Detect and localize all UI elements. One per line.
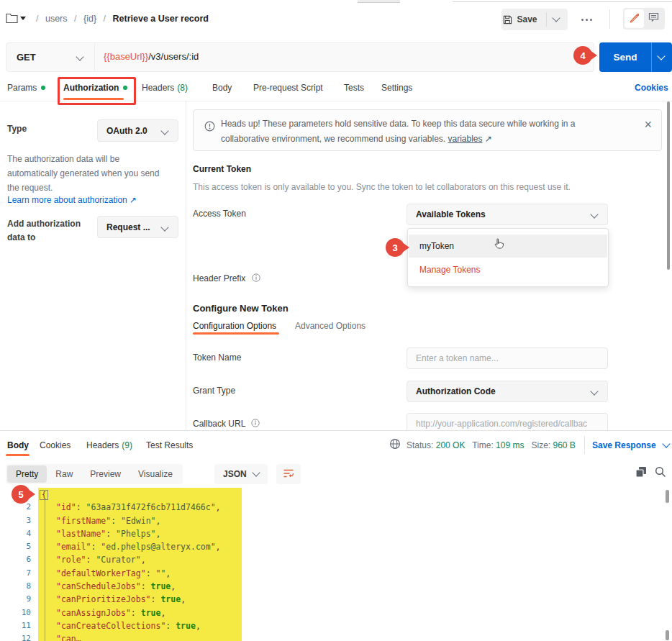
breadcrumb-item-id[interactable]: {id} [83, 14, 96, 24]
top-tabbar-remnant [358, 0, 400, 3]
tab-settings[interactable]: Settings [381, 83, 412, 93]
auth-type-select[interactable]: OAuth 2.0 [97, 119, 178, 142]
auth-type-chevron-icon [160, 127, 168, 135]
response-json-line: 7"defaultWorkerTag": "", [0, 567, 672, 580]
edit-button[interactable] [625, 9, 644, 28]
search-icon[interactable] [655, 466, 666, 481]
postman-request-screen: / users / {id} / Retrieve a User record … [0, 0, 672, 641]
folder-caret-icon[interactable] [20, 17, 26, 20]
save-button-label: Save [517, 14, 537, 24]
response-tab-test-results[interactable]: Test Results [146, 440, 193, 450]
token-name-input[interactable] [407, 347, 608, 369]
wrap-lines-button[interactable] [276, 464, 301, 484]
response-json-line: 3"firstName": "Edwin", [0, 514, 672, 527]
tab-body[interactable]: Body [212, 83, 232, 93]
token-name-label: Token Name [193, 353, 241, 363]
url-path: /v3/users/:id [148, 51, 199, 62]
view-tab-visualize[interactable]: Visualize [130, 465, 181, 483]
response-json-line: 1{ [0, 488, 672, 501]
auth-type-label: Type [7, 124, 27, 134]
response-body-viewer[interactable]: 1{2"id": "63aa731f472f6cb711d7466c",3"fi… [0, 486, 672, 641]
pencil-icon [629, 12, 640, 26]
info-icon [252, 273, 260, 284]
save-response-button[interactable]: Save Response [592, 440, 669, 450]
method-divider [94, 43, 95, 71]
url-input[interactable]: {{baseUrl}}/v3/users/:id [104, 51, 199, 62]
format-select[interactable]: JSON [214, 464, 268, 484]
tab-advanced-options[interactable]: Advanced Options [295, 321, 365, 331]
access-token-label: Access Token [193, 209, 246, 219]
send-button[interactable]: Send [599, 42, 672, 72]
auth-description: The authorization data will be automatic… [7, 152, 159, 195]
copy-icon[interactable] [635, 466, 647, 481]
header-prefix-label: Header Prefix [193, 273, 260, 284]
format-chevron-icon [252, 468, 260, 476]
current-token-title: Current Token [193, 164, 251, 174]
save-button[interactable]: Save [501, 9, 568, 30]
variables-link[interactable]: variables [448, 134, 483, 144]
size-value: 960 B [553, 440, 576, 450]
view-tab-preview[interactable]: Preview [81, 465, 130, 483]
send-split-divider [651, 42, 652, 72]
auth-scrollbar[interactable] [667, 101, 670, 270]
warning-icon [204, 121, 215, 135]
cursor-icon [494, 238, 504, 254]
token-dropdown-item-mytoken[interactable]: myToken [409, 235, 607, 258]
add-auth-data-select[interactable]: Request ... [97, 216, 178, 238]
breadcrumb-separator: / [36, 14, 38, 24]
token-dropdown-manage-tokens[interactable]: Manage Tokens [409, 258, 607, 281]
response-tab-cookies[interactable]: Cookies [40, 440, 71, 450]
response-scrollbar-thumb-top[interactable] [666, 490, 669, 503]
available-tokens-select[interactable]: Available Tokens [407, 204, 608, 225]
annotation-highlight-authorization [58, 77, 136, 105]
folder-icon[interactable] [6, 12, 18, 26]
comment-button[interactable] [644, 9, 663, 28]
token-dropdown: myToken Manage Tokens [407, 228, 609, 287]
cookies-link[interactable]: Cookies [635, 83, 668, 93]
view-tab-raw[interactable]: Raw [47, 465, 81, 483]
tab-configuration-options[interactable]: Configuration Options [193, 321, 276, 331]
response-scrollbar-thumb-bottom[interactable] [666, 630, 669, 640]
breadcrumb-item-users[interactable]: users [45, 14, 68, 24]
current-token-description: This access token is only available to y… [193, 182, 571, 192]
method-select[interactable]: GET [6, 43, 94, 71]
more-actions-button[interactable] [574, 10, 599, 29]
size-label: Size: [531, 440, 550, 450]
response-json-line: 4"lastName": "Phelps", [0, 527, 672, 540]
format-value: JSON [223, 469, 247, 479]
send-chevron-icon[interactable] [657, 52, 665, 60]
learn-more-link[interactable]: Learn more about authorization ↗ [7, 195, 137, 205]
response-tab-headers[interactable]: Headers(9) [86, 440, 132, 450]
edit-comment-group [623, 8, 665, 29]
globe-icon [389, 438, 401, 453]
tab-params[interactable]: Params [7, 83, 45, 93]
response-tab-body[interactable]: Body [7, 440, 29, 450]
wrap-lines-icon [283, 468, 294, 481]
annotation-step-3: 3 [386, 238, 404, 257]
callback-url-input[interactable] [407, 413, 608, 430]
sensitive-data-banner: Heads up! These parameters hold sensitiv… [193, 109, 662, 151]
banner-close-icon[interactable]: × [644, 117, 652, 132]
grant-type-select[interactable]: Authorization Code [407, 381, 608, 402]
response-body-underline [6, 454, 29, 456]
response-json-line: 8"canScheduleJobs": true, [0, 580, 672, 593]
tab-tests[interactable]: Tests [344, 83, 364, 93]
save-response-chevron-icon [662, 440, 670, 447]
tab-pre-request-script[interactable]: Pre-request Script [253, 83, 323, 93]
view-tab-pretty[interactable]: Pretty [7, 465, 47, 483]
response-json-line: 2"id": "63aa731f472f6cb711d7466c", [0, 501, 672, 514]
auth-type-value: OAuth 2.0 [106, 126, 147, 136]
add-auth-data-value: Request ... [106, 222, 150, 232]
params-dot-icon [41, 86, 45, 90]
send-button-label: Send [599, 52, 651, 63]
comment-icon [648, 12, 659, 25]
save-chevron-icon[interactable] [552, 14, 560, 22]
annotation-step-4: 4 [573, 46, 592, 65]
panel-divider [186, 101, 186, 430]
external-link-icon: ↗ [485, 134, 492, 144]
token-name-field-wrap [407, 347, 608, 369]
tab-headers[interactable]: Headers(8) [142, 83, 188, 93]
toolbar-divider [609, 9, 610, 29]
top-tabbar-remnant-line [453, 1, 672, 2]
annotation-step-5: 5 [12, 485, 30, 504]
